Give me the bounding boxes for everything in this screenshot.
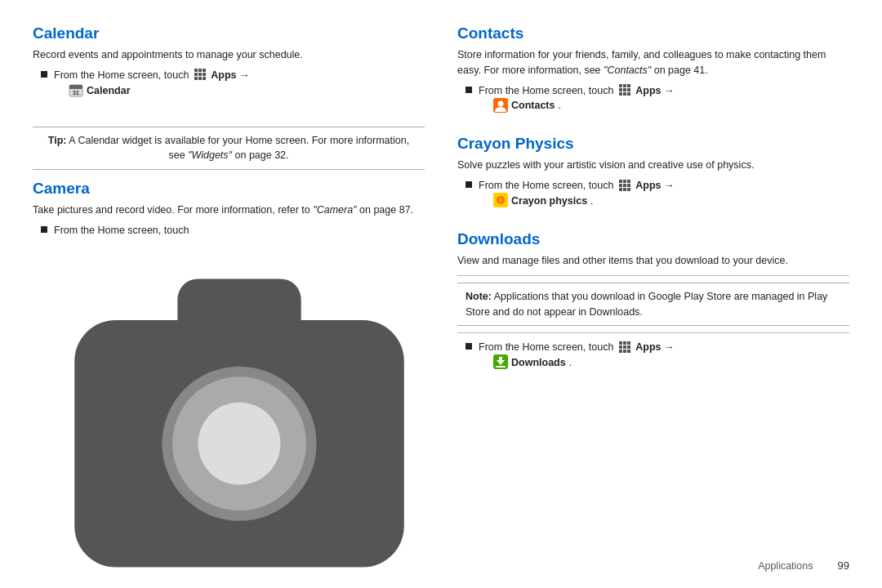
- crayon-body: Solve puzzles with your artistic vision …: [457, 158, 849, 173]
- svg-rect-4: [198, 73, 202, 76]
- svg-rect-45: [623, 88, 626, 91]
- svg-rect-59: [623, 188, 626, 191]
- crayon-title: Crayon Physics: [457, 135, 849, 153]
- svg-rect-70: [619, 350, 622, 353]
- svg-rect-64: [619, 341, 622, 345]
- left-column: Calendar Record events and appointments …: [33, 24, 425, 564]
- section-contacts: Contacts Store information for your frie…: [457, 24, 849, 120]
- downloads-body: View and manage files and other items th…: [457, 253, 849, 269]
- calendar-app-label: Calendar: [87, 83, 131, 99]
- contacts-app-label: Contacts: [511, 98, 555, 114]
- svg-rect-72: [627, 350, 630, 353]
- svg-rect-15: [177, 278, 301, 341]
- svg-rect-48: [623, 92, 626, 96]
- camera-bullet-text: From the Home screen, touch Camera.: [54, 223, 425, 588]
- contacts-bullet-1: From the Home screen, touch: [466, 83, 849, 118]
- downloads-title: Downloads: [457, 230, 849, 248]
- apps-grid-icon-5: [618, 179, 631, 192]
- camera-body: Take pictures and record video. For more…: [33, 203, 425, 218]
- section-downloads: Downloads View and manage files and othe…: [457, 230, 849, 377]
- svg-rect-55: [619, 184, 622, 187]
- apps-grid-icon-4: [618, 83, 631, 96]
- downloads-icon: [493, 354, 508, 369]
- camera-title: Camera: [33, 180, 425, 198]
- svg-rect-67: [619, 345, 622, 349]
- svg-rect-65: [623, 341, 626, 345]
- svg-rect-57: [627, 184, 630, 187]
- svg-rect-52: [619, 180, 622, 183]
- downloads-note-box: Note: Applications that you download in …: [457, 283, 849, 327]
- svg-rect-54: [627, 180, 630, 183]
- svg-rect-69: [627, 345, 630, 349]
- tip-italic: "Widgets": [188, 149, 232, 161]
- svg-rect-53: [623, 180, 626, 183]
- svg-rect-44: [619, 88, 622, 91]
- svg-text:31: 31: [73, 90, 79, 96]
- contacts-body: Store information for your friends, fami…: [457, 47, 849, 78]
- note-label: Note:: [466, 291, 492, 302]
- svg-rect-68: [623, 345, 626, 349]
- svg-point-14: [198, 402, 281, 484]
- footer-page: 99: [838, 559, 849, 572]
- bullet-square: [41, 71, 47, 78]
- crayon-bullet-1: From the Home screen, touch: [466, 178, 849, 213]
- bullet-square: [466, 343, 472, 350]
- contacts-icon: [493, 98, 508, 113]
- right-column: Contacts Store information for your frie…: [457, 24, 849, 564]
- page: Calendar Record events and appointments …: [0, 0, 882, 588]
- contacts-bullet-text: From the Home screen, touch: [479, 83, 849, 118]
- footer: Applications 99: [758, 559, 849, 572]
- apps-grid-icon: [194, 68, 207, 81]
- svg-rect-47: [619, 92, 622, 96]
- svg-rect-43: [627, 84, 630, 87]
- calendar-icon: 31: [69, 82, 83, 97]
- apps-arrow-6: Apps →: [635, 341, 674, 353]
- tip-label: Tip:: [48, 135, 67, 146]
- svg-rect-60: [627, 188, 630, 191]
- calendar-body: Record events and appointments to manage…: [33, 47, 425, 63]
- svg-rect-56: [623, 184, 626, 187]
- svg-point-63: [499, 198, 503, 203]
- svg-rect-2: [203, 69, 206, 72]
- svg-rect-41: [619, 84, 622, 87]
- footer-label: Applications: [758, 560, 813, 572]
- downloads-divider-2: [457, 332, 849, 333]
- crayon-icon: [493, 193, 508, 207]
- section-calendar: Calendar Record events and appointments …: [33, 24, 425, 105]
- calendar-title: Calendar: [33, 24, 425, 42]
- calendar-bullet-1: From the Home screen, touch: [41, 68, 425, 103]
- section-camera: Camera Take pictures and record video. F…: [33, 180, 425, 588]
- calendar-tip-box: Tip: A Calendar widget is available for …: [33, 127, 425, 171]
- svg-rect-58: [619, 188, 622, 191]
- bullet-square: [466, 87, 472, 93]
- downloads-bullet-1: From the Home screen, touch: [466, 340, 849, 375]
- svg-rect-0: [194, 69, 198, 72]
- downloads-divider: [457, 275, 849, 276]
- crayon-bullet-text: From the Home screen, touch: [479, 178, 849, 213]
- svg-rect-42: [623, 84, 626, 87]
- svg-rect-46: [627, 88, 630, 91]
- section-crayon: Crayon Physics Solve puzzles with your a…: [457, 135, 849, 216]
- downloads-bullet-text: From the Home screen, touch: [479, 340, 849, 375]
- tip-page: on page 32.: [235, 149, 289, 161]
- crayon-app-label: Crayon physics: [511, 194, 587, 209]
- contacts-title: Contacts: [457, 24, 849, 42]
- camera-bullet-1: From the Home screen, touch Camera.: [41, 223, 425, 588]
- calendar-bullet-text: From the Home screen, touch: [54, 68, 425, 103]
- svg-rect-10: [69, 85, 82, 89]
- bullet-square: [41, 226, 47, 233]
- note-text: Applications that you download in Google…: [466, 291, 827, 318]
- svg-rect-3: [194, 73, 198, 76]
- svg-rect-66: [627, 341, 630, 345]
- apps-arrow-4: Apps →: [635, 85, 674, 96]
- svg-rect-75: [496, 366, 506, 368]
- apps-grid-icon-6: [618, 341, 631, 354]
- downloads-app-label: Downloads: [511, 355, 566, 371]
- bullet-square: [466, 181, 472, 188]
- svg-rect-1: [198, 69, 202, 72]
- svg-rect-49: [627, 92, 630, 96]
- svg-rect-6: [194, 77, 198, 80]
- apps-arrow-5: Apps →: [635, 180, 674, 191]
- svg-rect-5: [203, 73, 206, 76]
- svg-rect-8: [203, 77, 206, 80]
